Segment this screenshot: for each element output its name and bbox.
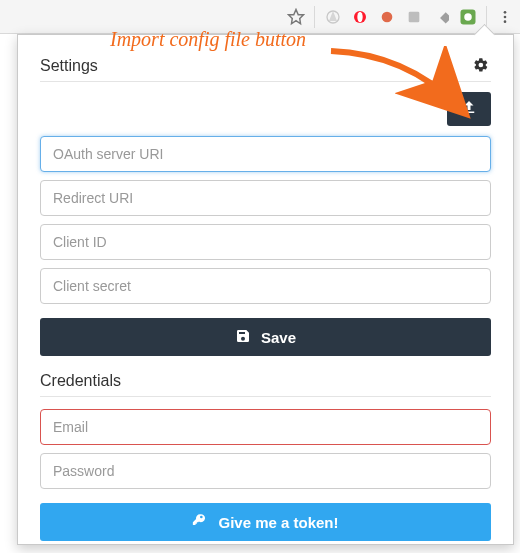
email-input[interactable]	[40, 409, 491, 445]
settings-header: Settings	[40, 57, 491, 82]
extension-icon-1[interactable]	[324, 8, 342, 26]
import-config-button[interactable]	[447, 92, 491, 126]
extension-popup: Settings Save Credentials	[17, 34, 514, 545]
toolbar-separator	[314, 6, 315, 28]
extension-icon-2[interactable]	[351, 8, 369, 26]
svg-marker-0	[289, 9, 304, 23]
svg-rect-6	[440, 12, 449, 23]
extension-icon-4[interactable]	[405, 8, 423, 26]
redirect-uri-input[interactable]	[40, 180, 491, 216]
extension-icon-3[interactable]	[378, 8, 396, 26]
client-secret-input[interactable]	[40, 268, 491, 304]
client-id-input[interactable]	[40, 224, 491, 260]
get-token-button-label: Give me a token!	[218, 514, 338, 531]
svg-point-11	[504, 20, 507, 23]
upload-row	[40, 92, 491, 126]
browser-toolbar	[0, 0, 520, 34]
toolbar-separator	[486, 6, 487, 28]
menu-icon[interactable]	[496, 8, 514, 26]
svg-point-9	[504, 11, 507, 14]
credentials-title: Credentials	[40, 372, 491, 397]
get-token-button[interactable]: Give me a token!	[40, 503, 491, 541]
extension-icon-active[interactable]	[459, 8, 477, 26]
svg-rect-5	[409, 11, 420, 22]
oauth-server-uri-input[interactable]	[40, 136, 491, 172]
password-input[interactable]	[40, 453, 491, 489]
svg-point-3	[357, 11, 362, 22]
settings-title: Settings	[40, 57, 98, 75]
gear-icon[interactable]	[473, 57, 491, 75]
extension-icon-5[interactable]	[432, 8, 450, 26]
save-button-label: Save	[261, 329, 296, 346]
star-icon[interactable]	[287, 8, 305, 26]
save-icon	[235, 328, 251, 347]
key-icon	[192, 513, 208, 532]
upload-icon	[460, 98, 478, 120]
save-button[interactable]: Save	[40, 318, 491, 356]
svg-point-8	[464, 13, 472, 21]
svg-point-10	[504, 15, 507, 18]
svg-point-4	[382, 11, 393, 22]
